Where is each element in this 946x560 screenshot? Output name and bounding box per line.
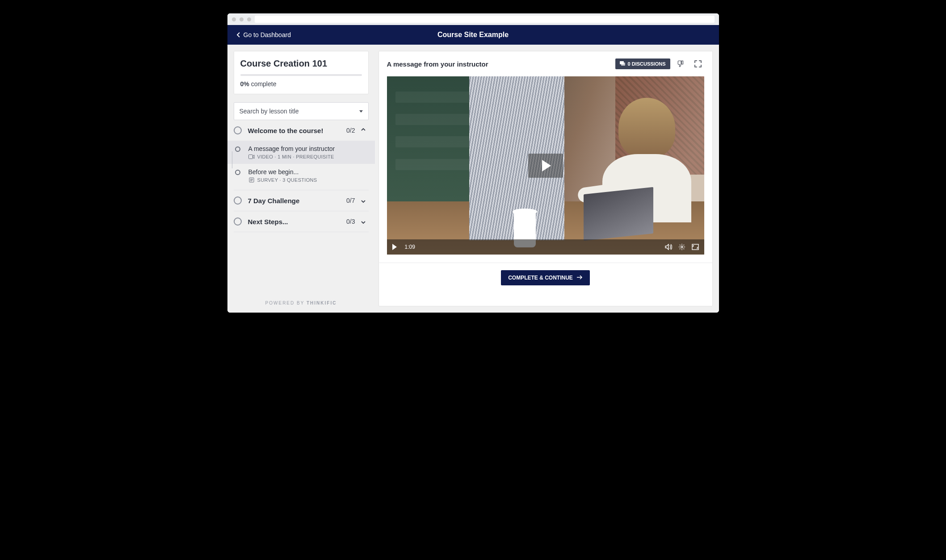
- svg-rect-0: [248, 155, 252, 159]
- chapter-count: 0/2: [346, 127, 355, 134]
- thumbs-down-icon: [677, 60, 685, 68]
- lesson-item-meta: SURVEY · 3 QUESTIONS: [248, 177, 366, 183]
- svg-rect-3: [621, 63, 625, 66]
- course-player-app: Go to Dashboard Course Site Example Cour…: [227, 25, 719, 313]
- lesson-item[interactable]: A message from your instructorVIDEO · 1 …: [227, 141, 375, 164]
- video-container: 1:09: [379, 76, 712, 263]
- progress-label: 0% complete: [240, 80, 362, 88]
- video-icon: [248, 154, 255, 159]
- volume-icon: [665, 244, 672, 250]
- chapter: Next Steps...0/3: [234, 211, 369, 232]
- lesson-item-title: Before we begin...: [248, 168, 366, 176]
- site-title: Course Site Example: [437, 31, 509, 39]
- chapter-title: Welcome to the course!: [248, 127, 347, 134]
- search-placeholder: Search by lesson title: [240, 108, 299, 115]
- url-bar[interactable]: [255, 16, 715, 23]
- video-player[interactable]: 1:09: [387, 76, 704, 255]
- lesson-card: A message from your instructor 0 DISCUSS…: [378, 51, 713, 306]
- chapter-title: 7 Day Challenge: [248, 197, 347, 205]
- chapter-toggle[interactable]: Welcome to the course!0/2: [234, 120, 369, 141]
- fullscreen-button[interactable]: [692, 58, 704, 70]
- caret-down-icon: [359, 110, 363, 113]
- chapter-progress-circle: [234, 196, 242, 205]
- chat-icon: [620, 61, 625, 67]
- chapter-list: Welcome to the course!0/2A message from …: [234, 120, 369, 232]
- powered-by-footer: POWERED BY THINKIFIC: [234, 292, 369, 313]
- arrow-right-icon: [576, 275, 583, 281]
- chevron-down-icon: [361, 198, 366, 203]
- powered-brand: THINKIFIC: [307, 301, 336, 305]
- svg-point-4: [681, 246, 682, 248]
- traffic-light-close[interactable]: [232, 17, 236, 21]
- back-to-dashboard-link[interactable]: Go to Dashboard: [236, 31, 291, 38]
- lesson-title: A message from your instructor: [387, 60, 615, 68]
- chapter-progress-circle: [234, 126, 242, 134]
- cta-label: COMPLETE & CONTINUE: [508, 275, 573, 281]
- survey-icon: [248, 177, 255, 183]
- lesson-list: A message from your instructorVIDEO · 1 …: [234, 141, 369, 190]
- chapter-toggle[interactable]: Next Steps...0/3: [234, 211, 369, 232]
- play-small-button[interactable]: [392, 244, 397, 250]
- video-timestamp: 1:09: [405, 244, 415, 250]
- chevron-down-icon: [361, 219, 366, 224]
- video-laptop: [584, 187, 653, 240]
- play-button[interactable]: [528, 154, 563, 178]
- lesson-header: A message from your instructor 0 DISCUSS…: [379, 51, 712, 76]
- play-icon: [542, 160, 551, 171]
- lesson-item[interactable]: Before we begin...SURVEY · 3 QUESTIONS: [234, 164, 369, 187]
- chapter-count: 0/7: [346, 197, 355, 204]
- back-label: Go to Dashboard: [244, 31, 291, 38]
- progress-complete-word: complete: [251, 80, 277, 88]
- course-sidebar: Course Creation 101 0% complete Search b…: [227, 45, 375, 313]
- lesson-connector: [232, 151, 232, 168]
- lesson-footer: COMPLETE & CONTINUE: [379, 263, 712, 293]
- course-title: Course Creation 101: [240, 59, 362, 69]
- browser-chrome: [227, 13, 719, 25]
- expand-icon: [694, 60, 702, 67]
- lesson-search-dropdown[interactable]: Search by lesson title: [234, 102, 369, 120]
- chapter-title: Next Steps...: [248, 218, 347, 226]
- progress-percent: 0%: [240, 80, 249, 88]
- lesson-progress-circle: [235, 146, 240, 152]
- powered-prefix: POWERED BY: [265, 301, 307, 305]
- progress-bar: [240, 74, 362, 76]
- top-nav: Go to Dashboard Course Site Example: [227, 25, 719, 45]
- browser-window: Go to Dashboard Course Site Example Cour…: [227, 13, 719, 313]
- traffic-light-zoom[interactable]: [247, 17, 251, 21]
- chevron-left-icon: [236, 32, 240, 38]
- lesson-body: Before we begin...SURVEY · 3 QUESTIONS: [248, 168, 366, 183]
- chapter-progress-circle: [234, 217, 242, 226]
- lesson-item-meta: VIDEO · 1 MIN · PREREQUISITE: [248, 154, 369, 159]
- settings-button[interactable]: [678, 243, 685, 251]
- chevron-up-icon: [361, 128, 366, 133]
- lesson-body: A message from your instructorVIDEO · 1 …: [248, 145, 369, 159]
- fullscreen-icon: [692, 244, 699, 250]
- app-body: Course Creation 101 0% complete Search b…: [227, 45, 719, 313]
- lesson-progress-circle: [235, 170, 240, 175]
- chapter: Welcome to the course!0/2A message from …: [234, 120, 369, 190]
- volume-button[interactable]: [665, 244, 672, 250]
- chapter: 7 Day Challenge0/7: [234, 190, 369, 211]
- chapter-toggle[interactable]: 7 Day Challenge0/7: [234, 190, 369, 211]
- video-fullscreen-button[interactable]: [692, 244, 699, 250]
- complete-continue-button[interactable]: COMPLETE & CONTINUE: [501, 270, 590, 285]
- main-content: A message from your instructor 0 DISCUSS…: [375, 45, 719, 313]
- traffic-light-minimize[interactable]: [240, 17, 244, 21]
- thumbs-down-button[interactable]: [675, 58, 687, 70]
- gear-icon: [678, 243, 685, 251]
- discussions-label: 0 DISCUSSIONS: [628, 61, 666, 67]
- course-progress-card: Course Creation 101 0% complete: [234, 51, 369, 94]
- discussions-button[interactable]: 0 DISCUSSIONS: [615, 59, 670, 69]
- video-controls: 1:09: [387, 239, 704, 255]
- lesson-item-title: A message from your instructor: [248, 145, 369, 152]
- chapter-count: 0/3: [346, 218, 355, 225]
